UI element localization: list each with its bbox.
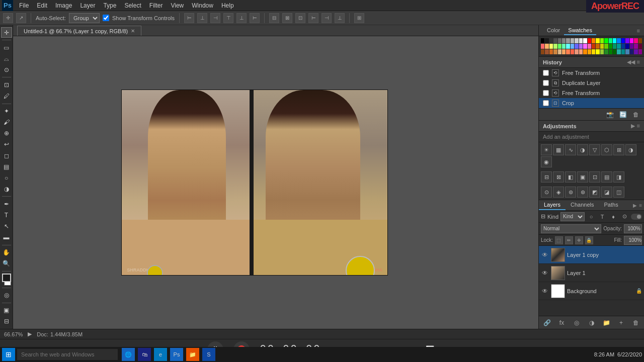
swatch[interactable] xyxy=(638,44,642,49)
adj-icon-extra5[interactable]: ◩ xyxy=(589,187,600,198)
skype-icon[interactable]: S xyxy=(202,348,215,361)
adjustments-expand[interactable]: ▶ xyxy=(631,123,635,129)
swatch[interactable] xyxy=(562,44,566,49)
swatch[interactable] xyxy=(588,49,591,54)
filter-icon2[interactable]: T xyxy=(598,212,607,221)
align-center-h[interactable]: ⊥ xyxy=(197,13,207,23)
swatch[interactable] xyxy=(571,44,574,49)
kind-select[interactable]: Kind xyxy=(560,212,585,221)
show-transform-checkbox[interactable] xyxy=(103,15,109,21)
color-lookup-icon[interactable]: ⊠ xyxy=(553,171,564,183)
swatch[interactable] xyxy=(630,38,633,43)
start-button[interactable]: ⊞ xyxy=(2,348,15,361)
posterize-icon[interactable]: ▣ xyxy=(577,171,588,183)
swatch[interactable] xyxy=(625,38,629,43)
layer-fx-btn[interactable]: fx xyxy=(557,318,567,328)
swatch[interactable] xyxy=(592,44,595,49)
swatch[interactable] xyxy=(621,49,625,54)
store-icon[interactable]: 🛍 xyxy=(138,348,151,361)
gradient-map-icon[interactable]: ▤ xyxy=(601,171,612,183)
align-bottom[interactable]: ⊢ xyxy=(250,13,260,23)
healing-brush-tool[interactable]: ✦ xyxy=(1,106,12,117)
lock-draw-btn[interactable]: ✏ xyxy=(565,236,573,244)
swatch[interactable] xyxy=(553,44,557,49)
layer-group-btn[interactable]: 📁 xyxy=(601,318,611,328)
swatch[interactable] xyxy=(592,49,595,54)
levels-icon[interactable]: ▦ xyxy=(553,144,564,155)
menu-image[interactable]: Image xyxy=(51,1,76,10)
eraser-tool[interactable]: ◻ xyxy=(1,150,12,161)
path-selection-tool[interactable]: ↖ xyxy=(1,221,12,232)
menu-view[interactable]: View xyxy=(167,1,188,10)
history-delete[interactable]: 🗑 xyxy=(631,110,641,120)
search-bar[interactable] xyxy=(17,349,118,360)
ps-taskbar-icon[interactable]: Ps xyxy=(170,348,183,361)
blur-tool[interactable]: ○ xyxy=(1,172,12,183)
align-top[interactable]: ⊤ xyxy=(223,13,233,23)
swatch[interactable] xyxy=(579,44,583,49)
swatch[interactable] xyxy=(583,44,587,49)
swatch[interactable] xyxy=(558,38,561,43)
layer-visibility-1[interactable]: 👁 xyxy=(541,251,549,259)
menu-layer[interactable]: Layer xyxy=(76,1,99,10)
document-tab[interactable]: Untitled-1 @ 66.7% (Layer 1 copy, RGB/8)… xyxy=(17,26,141,36)
swatch[interactable] xyxy=(617,49,620,54)
layers-menu[interactable]: ≡ xyxy=(639,203,642,208)
swatch[interactable] xyxy=(604,44,608,49)
adjustments-menu[interactable]: ≡ xyxy=(637,123,640,129)
filter-icon4[interactable]: ⊙ xyxy=(620,212,629,221)
swatch[interactable] xyxy=(600,44,604,49)
distribute5[interactable]: ⊣ xyxy=(321,13,332,23)
swatch[interactable] xyxy=(571,49,574,54)
lock-pixels-btn[interactable]: ⬚ xyxy=(555,236,563,244)
eyedropper-tool[interactable]: 🖊 xyxy=(1,90,12,101)
swatch[interactable] xyxy=(558,49,561,54)
black-white-icon[interactable]: ◑ xyxy=(625,144,636,155)
menu-window[interactable]: Window xyxy=(188,1,217,10)
swatch[interactable] xyxy=(634,49,637,54)
arrow-tool[interactable]: ↗ xyxy=(16,13,26,23)
history-check-4[interactable] xyxy=(543,100,549,106)
align-left[interactable]: ⊢ xyxy=(184,13,194,23)
distribute3[interactable]: ⊡ xyxy=(295,13,305,23)
lock-position-btn[interactable]: ✛ xyxy=(575,236,583,244)
swatch[interactable] xyxy=(579,49,583,54)
history-item-crop[interactable]: ⊡ Crop xyxy=(539,98,644,108)
layer-delete-btn[interactable]: 🗑 xyxy=(631,318,641,328)
history-check-2[interactable] xyxy=(543,80,549,86)
distribute2[interactable]: ⊠ xyxy=(282,13,292,23)
layer-new-btn[interactable]: + xyxy=(616,318,626,328)
filter-icon3[interactable]: ♦ xyxy=(609,212,618,221)
distribute4[interactable]: ⊢ xyxy=(308,13,318,23)
hand-tool[interactable]: ✋ xyxy=(1,247,12,258)
move-tool[interactable]: ✛ xyxy=(1,27,12,38)
swatch[interactable] xyxy=(609,44,612,49)
layer-item-background[interactable]: 👁 Background 🔒 xyxy=(539,282,644,300)
swatch[interactable] xyxy=(562,49,566,54)
swatch[interactable] xyxy=(609,38,612,43)
channels-tab[interactable]: Channels xyxy=(566,200,599,210)
lasso-tool[interactable]: ⌓ xyxy=(1,53,12,64)
swatch[interactable] xyxy=(600,49,604,54)
swatch[interactable] xyxy=(566,44,570,49)
swatch[interactable] xyxy=(541,38,544,43)
tab-close-btn[interactable]: ✕ xyxy=(131,28,135,34)
channel-mixer-icon[interactable]: ⊟ xyxy=(541,171,552,183)
type-tool[interactable]: T xyxy=(1,210,12,220)
adj-icon-extra1[interactable]: ⊙ xyxy=(541,187,552,198)
adj-icon-extra4[interactable]: ⊛ xyxy=(577,187,588,198)
brush-tool[interactable]: 🖌 xyxy=(1,117,12,128)
blend-mode-select[interactable]: Normal xyxy=(541,224,601,233)
menu-type[interactable]: Type xyxy=(99,1,120,10)
quick-selection-tool[interactable]: ⊙ xyxy=(1,64,12,75)
swatch[interactable] xyxy=(625,49,629,54)
layer-visibility-2[interactable]: 👁 xyxy=(541,269,549,277)
layers-expand[interactable]: ▶ xyxy=(633,203,637,208)
swatch[interactable] xyxy=(609,49,612,54)
swatch[interactable] xyxy=(613,38,616,43)
swatch[interactable] xyxy=(575,38,578,43)
swatch[interactable] xyxy=(613,49,616,54)
color-tab[interactable]: Color xyxy=(543,26,564,35)
menu-help[interactable]: Help xyxy=(217,1,238,10)
swatch[interactable] xyxy=(583,38,587,43)
